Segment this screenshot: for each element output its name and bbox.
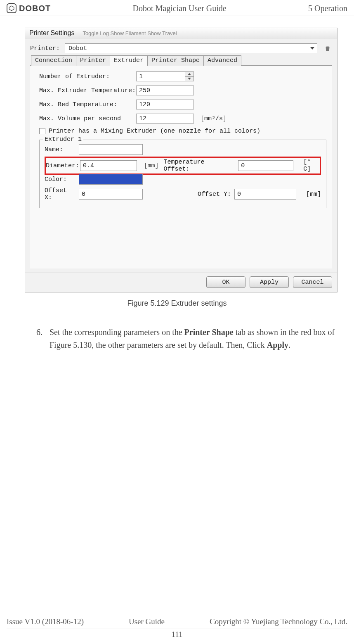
svg-marker-0 bbox=[9, 6, 14, 11]
diameter-input[interactable]: 0.4 bbox=[80, 160, 137, 171]
logo-text: DOBOT bbox=[19, 4, 51, 13]
step-text-a: Set the corresponding parameters on the bbox=[50, 328, 184, 337]
dialog-title: Printer Settings bbox=[29, 29, 74, 37]
max-vol-unit: [mm³/s] bbox=[201, 115, 227, 122]
dialog-titlebar: Printer Settings Toggle Log Show Filamen… bbox=[25, 28, 337, 39]
tab-bar: Connection Printer Extruder Printer Shap… bbox=[30, 55, 332, 66]
max-temp-label: Max. Extruder Temperature: bbox=[39, 87, 136, 94]
offset-y-label: Offset Y: bbox=[157, 191, 231, 198]
tab-extruder[interactable]: Extruder bbox=[110, 55, 148, 66]
tab-connection[interactable]: Connection bbox=[31, 55, 76, 66]
doc-title: Dobot Magician User Guide bbox=[133, 4, 227, 13]
step-number: 6. bbox=[36, 326, 42, 339]
mixing-extruder-checkbox[interactable] bbox=[39, 128, 45, 134]
spinner-up-icon[interactable] bbox=[185, 72, 194, 77]
figure-caption: Figure 5.129 Extruder settings bbox=[0, 299, 354, 308]
step-text: 6. Set the corresponding parameters on t… bbox=[0, 308, 354, 352]
printer-label: Printer: bbox=[30, 45, 59, 52]
printer-shape-bold: Printer Shape bbox=[184, 328, 234, 337]
num-extruder-value[interactable]: 1 bbox=[136, 71, 185, 81]
max-vol-input[interactable]: 12 bbox=[136, 114, 194, 124]
printer-combobox[interactable]: Dobot bbox=[65, 43, 317, 53]
dialog-buttons: OK Apply Cancel bbox=[25, 273, 337, 292]
offset-y-unit: [mm] bbox=[306, 191, 321, 198]
tab-printer[interactable]: Printer bbox=[76, 55, 110, 66]
mixing-extruder-label: Printer has a Mixing Extruder (one nozzl… bbox=[49, 128, 260, 135]
footer-mid: User Guide bbox=[129, 617, 165, 626]
cancel-button[interactable]: Cancel bbox=[293, 276, 332, 288]
offset-x-label: Offset X: bbox=[45, 187, 76, 201]
extruder1-group: Extruder 1 Name: Diameter: 0.4 [mm] Temp… bbox=[39, 140, 326, 208]
max-bed-input[interactable]: 120 bbox=[136, 100, 194, 109]
logo: DOBOT bbox=[7, 3, 51, 13]
diameter-row-highlight: Diameter: 0.4 [mm] Temperature Offset: 0… bbox=[45, 157, 321, 175]
step-text-c: . bbox=[288, 340, 290, 349]
extruder1-title: Extruder 1 bbox=[43, 136, 83, 143]
diameter-unit: [mm] bbox=[144, 162, 158, 169]
logo-icon bbox=[7, 3, 17, 13]
color-label: Color: bbox=[45, 176, 76, 183]
name-label: Name: bbox=[45, 146, 76, 153]
spinner-buttons[interactable] bbox=[185, 71, 194, 81]
page-number: 111 bbox=[7, 630, 347, 639]
apply-bold: Apply bbox=[267, 340, 288, 349]
greyed-menu-text: Toggle Log Show Filament Show Travel bbox=[83, 30, 177, 36]
page-header: DOBOT Dobot Magician User Guide 5 Operat… bbox=[0, 0, 354, 16]
footer-copyright: Copyright © Yuejiang Technology Co., Ltd… bbox=[210, 617, 347, 626]
diameter-label: Diameter: bbox=[46, 162, 77, 169]
tab-printer-shape[interactable]: Printer Shape bbox=[147, 55, 204, 66]
ok-button[interactable]: OK bbox=[206, 276, 245, 288]
max-bed-label: Max. Bed Temperature: bbox=[39, 101, 136, 108]
max-temp-input[interactable]: 250 bbox=[136, 86, 194, 95]
temp-offset-unit: [° C] bbox=[303, 159, 320, 173]
spinner-down-icon[interactable] bbox=[185, 77, 194, 81]
trash-icon[interactable] bbox=[323, 44, 332, 53]
printer-settings-dialog: Printer Settings Toggle Log Show Filamen… bbox=[25, 28, 337, 292]
chevron-down-icon bbox=[310, 47, 314, 50]
tab-advanced[interactable]: Advanced bbox=[203, 55, 241, 66]
offset-x-input[interactable]: 0 bbox=[79, 189, 143, 200]
num-extruder-spinner[interactable]: 1 bbox=[136, 71, 194, 81]
extruder-form: Number of Extruder: 1 Max. Extruder Temp… bbox=[30, 66, 332, 269]
footer-issue: Issue V1.0 (2018-06-12) bbox=[7, 617, 84, 626]
max-vol-label: Max. Volume per second bbox=[39, 115, 136, 122]
num-extruder-label: Number of Extruder: bbox=[39, 73, 136, 80]
page-footer: Issue V1.0 (2018-06-12) User Guide Copyr… bbox=[0, 617, 354, 639]
name-input[interactable] bbox=[79, 144, 143, 155]
temp-offset-label: Temperature Offset: bbox=[163, 159, 226, 173]
temp-offset-input[interactable]: 0 bbox=[238, 160, 293, 171]
apply-button[interactable]: Apply bbox=[250, 276, 289, 288]
offset-y-input[interactable]: 0 bbox=[234, 189, 296, 200]
printer-value: Dobot bbox=[68, 45, 87, 52]
section-label: 5 Operation bbox=[308, 4, 347, 13]
color-swatch[interactable] bbox=[79, 174, 143, 185]
